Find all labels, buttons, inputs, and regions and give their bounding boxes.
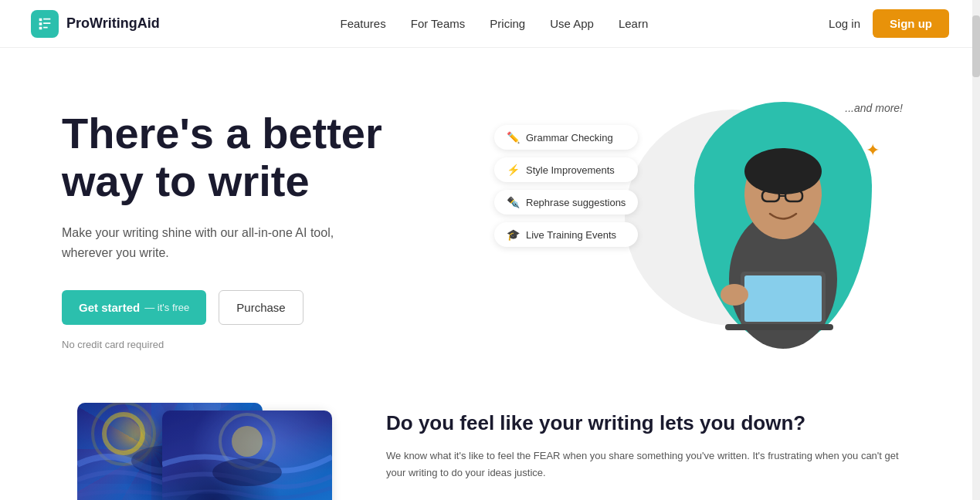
hero-buttons: Get started — it's free Purchase bbox=[62, 290, 463, 325]
free-tag: — it's free bbox=[144, 302, 189, 313]
painting-card-front bbox=[162, 410, 332, 500]
hero-image-area: ...and more! ✦ ✏️ Grammar Checking ⚡ Sty… bbox=[494, 94, 918, 356]
svg-rect-8 bbox=[725, 324, 833, 330]
second-content: Do you feel like your writing lets you d… bbox=[386, 403, 918, 481]
feature-pills: ✏️ Grammar Checking ⚡ Style Improvements… bbox=[494, 125, 638, 247]
svg-rect-7 bbox=[744, 275, 822, 322]
pill-rephrase: ✒️ Rephrase suggestions bbox=[494, 190, 638, 215]
svg-point-9 bbox=[721, 284, 748, 306]
nav-pricing[interactable]: Pricing bbox=[490, 17, 525, 30]
logo[interactable]: ProWritingAid bbox=[31, 10, 160, 38]
training-icon: 🎓 bbox=[507, 228, 520, 241]
logo-icon bbox=[31, 10, 59, 38]
second-section: My idea in my head Do you feel like your… bbox=[0, 387, 980, 500]
nav-learn[interactable]: Learn bbox=[619, 17, 648, 30]
signup-button[interactable]: Sign up bbox=[873, 9, 949, 38]
second-section-text: We know what it's like to feel the FEAR … bbox=[386, 448, 918, 481]
navbar-actions: Log in Sign up bbox=[829, 9, 949, 38]
hero-content: There's a better way to write Make your … bbox=[62, 94, 463, 350]
hero-person-figure bbox=[671, 86, 887, 349]
person-svg bbox=[671, 86, 887, 349]
grammar-icon: ✏️ bbox=[507, 131, 520, 144]
no-credit-text: No credit card required bbox=[62, 339, 463, 350]
svg-point-13 bbox=[232, 426, 263, 457]
nav-for-teams[interactable]: For Teams bbox=[411, 17, 466, 30]
login-button[interactable]: Log in bbox=[829, 17, 860, 30]
svg-point-15 bbox=[212, 458, 282, 486]
nav-features[interactable]: Features bbox=[341, 17, 386, 30]
hero-title: There's a better way to write bbox=[62, 110, 463, 204]
get-started-button[interactable]: Get started — it's free bbox=[62, 290, 206, 325]
hero-subtitle: Make your writing shine with our all-in-… bbox=[62, 223, 340, 262]
brand-name: ProWritingAid bbox=[66, 15, 160, 32]
hero-section: There's a better way to write Make your … bbox=[0, 48, 980, 387]
svg-point-5 bbox=[744, 148, 822, 194]
second-section-title: Do you feel like your writing lets you d… bbox=[386, 410, 918, 437]
pill-style: ⚡ Style Improvements bbox=[494, 157, 638, 182]
scrollbar[interactable] bbox=[972, 0, 980, 500]
navbar: ProWritingAid Features For Teams Pricing… bbox=[0, 0, 980, 48]
style-icon: ⚡ bbox=[507, 164, 520, 176]
rephrase-icon: ✒️ bbox=[507, 196, 520, 208]
purchase-button[interactable]: Purchase bbox=[219, 290, 303, 325]
nav-use-app[interactable]: Use App bbox=[550, 17, 594, 30]
svg-point-10 bbox=[104, 414, 143, 453]
pill-training: 🎓 Live Training Events bbox=[494, 222, 638, 247]
pill-grammar: ✏️ Grammar Checking bbox=[494, 125, 638, 150]
scrollbar-thumb[interactable] bbox=[972, 15, 980, 77]
second-image-area: My idea in my head bbox=[62, 403, 324, 500]
nav-links: Features For Teams Pricing Use App Learn bbox=[341, 17, 649, 30]
